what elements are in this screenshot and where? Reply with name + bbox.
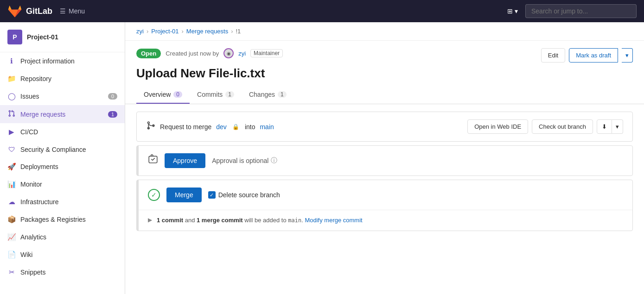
check-out-branch-button[interactable]: Check out branch bbox=[532, 119, 593, 134]
sidebar-item-deployments[interactable]: 🚀 Deployments bbox=[0, 158, 125, 175]
infrastructure-icon: ☁ bbox=[7, 198, 16, 206]
sidebar-item-label: Merge requests bbox=[20, 111, 103, 118]
expand-icon[interactable]: ▶ bbox=[148, 217, 152, 223]
sidebar-item-project-information[interactable]: ℹ Project information bbox=[0, 52, 125, 70]
sidebar-item-merge-requests[interactable]: Merge requests 1 bbox=[0, 105, 125, 123]
delete-source-label: Delete source branch bbox=[218, 191, 280, 199]
sidebar-item-monitor[interactable]: 📊 Monitor bbox=[0, 175, 125, 193]
download-button[interactable]: ⬇ bbox=[597, 119, 612, 134]
sidebar-item-label: Analytics bbox=[20, 233, 117, 241]
merge-branch-icon bbox=[146, 121, 155, 132]
breadcrumb-sep-1: › bbox=[147, 28, 148, 35]
hamburger-icon: ☰ bbox=[60, 7, 66, 15]
mr-header-actions: Edit Mark as draft ▾ bbox=[541, 48, 633, 63]
sidebar-item-security-compliance[interactable]: 🛡 Security & Compliance bbox=[0, 141, 125, 158]
breadcrumb-sep-2: › bbox=[181, 28, 183, 35]
chevron-down-icon: ▾ bbox=[515, 7, 518, 15]
mr-title: Upload New File-lic.txt bbox=[125, 63, 644, 81]
edit-button[interactable]: Edit bbox=[541, 48, 565, 63]
tab-commits[interactable]: Commits 1 bbox=[190, 86, 242, 104]
sidebar-item-wiki[interactable]: 📄 Wiki bbox=[0, 246, 125, 263]
approve-button[interactable]: Approve bbox=[165, 153, 205, 168]
merge-ready-icon: ✓ bbox=[148, 189, 160, 201]
breadcrumb-mr-id: !1 bbox=[236, 28, 241, 35]
mark-draft-button[interactable]: Mark as draft bbox=[569, 48, 618, 63]
commit-info-row: ▶ 1 commit and 1 merge commit will be ad… bbox=[139, 210, 632, 231]
tab-changes-label: Changes bbox=[249, 91, 275, 98]
menu-button[interactable]: ☰ Menu bbox=[60, 7, 85, 15]
author-role-badge: Maintainer bbox=[250, 49, 283, 57]
snippets-icon: ✂ bbox=[7, 268, 16, 276]
sidebar-item-label: CI/CD bbox=[20, 128, 117, 136]
sidebar-item-packages-registries[interactable]: 📦 Packages & Registries bbox=[0, 211, 125, 228]
sidebar-item-cicd[interactable]: ▶ CI/CD bbox=[0, 123, 125, 141]
mr-header: Open Created just now by ◉ zyi Maintaine… bbox=[125, 41, 644, 63]
approval-icon bbox=[148, 154, 158, 167]
tab-changes-count: 1 bbox=[278, 91, 287, 98]
tab-commits-label: Commits bbox=[197, 91, 223, 98]
source-branch[interactable]: dev bbox=[216, 123, 227, 131]
top-navigation: GitLab ☰ Menu ⊞ ▾ bbox=[0, 0, 644, 22]
search-input[interactable] bbox=[525, 4, 637, 18]
sidebar-item-label: Infrastructure bbox=[20, 198, 117, 206]
tab-overview[interactable]: Overview 0 bbox=[136, 86, 190, 104]
security-icon: 🛡 bbox=[7, 145, 16, 153]
target-branch[interactable]: main bbox=[260, 123, 274, 131]
merge-info-row: Request to merge dev 🔒 into main Open in… bbox=[137, 112, 632, 141]
merge-info-left: Request to merge dev 🔒 into main bbox=[146, 121, 274, 132]
sidebar-item-analytics[interactable]: 📈 Analytics bbox=[0, 228, 125, 246]
chevron-down-icon: ▾ bbox=[616, 123, 619, 130]
mr-meta: Open Created just now by ◉ zyi Maintaine… bbox=[136, 48, 283, 58]
breadcrumb-zyi[interactable]: zyi bbox=[136, 28, 144, 35]
wiki-icon: 📄 bbox=[7, 250, 16, 259]
created-text: Created just now by bbox=[166, 50, 219, 57]
download-icon: ⬇ bbox=[602, 123, 607, 130]
tab-overview-label: Overview bbox=[144, 91, 171, 98]
merge-action-row: ✓ Merge ✓ Delete source branch bbox=[139, 180, 632, 210]
sidebar-item-label: Deployments bbox=[20, 163, 117, 170]
repository-icon: 📁 bbox=[7, 75, 16, 83]
merge-actions: Open in Web IDE Check out branch ⬇ ▾ bbox=[467, 119, 623, 134]
project-header[interactable]: P Project-01 bbox=[0, 22, 125, 52]
app-layout: P Project-01 ℹ Project information 📁 Rep… bbox=[0, 22, 644, 294]
delete-source-checkbox[interactable]: ✓ bbox=[208, 191, 216, 199]
breadcrumb-sep-3: › bbox=[231, 28, 233, 35]
download-caret-button[interactable]: ▾ bbox=[612, 119, 623, 134]
status-badge: Open bbox=[136, 49, 161, 58]
into-label: into bbox=[245, 123, 255, 131]
merge-section-inner: ✓ Merge ✓ Delete source branch ▶ 1 commi… bbox=[139, 180, 632, 231]
sidebar-item-infrastructure[interactable]: ☁ Infrastructure bbox=[0, 193, 125, 211]
modify-merge-commit-link[interactable]: Modify merge commit bbox=[305, 217, 362, 224]
mr-content: Request to merge dev 🔒 into main Open in… bbox=[125, 112, 644, 231]
sidebar-item-repository[interactable]: 📁 Repository bbox=[0, 70, 125, 88]
sidebar-item-issues[interactable]: ◯ Issues 0 bbox=[0, 88, 125, 105]
tab-changes[interactable]: Changes 1 bbox=[242, 86, 294, 104]
approval-text: Approval is optional ⓘ bbox=[212, 156, 277, 165]
breadcrumb-project[interactable]: Project-01 bbox=[151, 28, 179, 35]
merge-requests-badge: 1 bbox=[108, 111, 117, 118]
breadcrumb: zyi › Project-01 › Merge requests › !1 bbox=[125, 22, 644, 41]
request-to-merge-label: Request to merge bbox=[160, 123, 211, 131]
approval-info-icon[interactable]: ⓘ bbox=[271, 156, 277, 165]
chevron-down-icon: ▾ bbox=[625, 52, 629, 59]
approval-section-inner: Approve Approval is optional ⓘ bbox=[139, 146, 632, 175]
sidebar: P Project-01 ℹ Project information 📁 Rep… bbox=[0, 22, 125, 294]
approval-row: Approve Approval is optional ⓘ bbox=[139, 146, 632, 175]
mr-status-row: Open Created just now by ◉ zyi Maintaine… bbox=[136, 48, 283, 58]
merge-requests-icon bbox=[7, 110, 16, 119]
merge-row-container: ✓ Merge ✓ Delete source branch ▶ 1 commi… bbox=[137, 180, 632, 231]
main-content: zyi › Project-01 › Merge requests › !1 O… bbox=[125, 22, 644, 294]
merge-button[interactable]: Merge bbox=[166, 188, 202, 202]
gitlab-logo[interactable]: GitLab bbox=[7, 4, 52, 19]
breadcrumb-merge-requests[interactable]: Merge requests bbox=[186, 28, 228, 35]
create-new-button[interactable]: ⊞ ▾ bbox=[507, 7, 518, 15]
sidebar-item-snippets[interactable]: ✂ Snippets bbox=[0, 263, 125, 281]
mark-draft-dropdown-button[interactable]: ▾ bbox=[622, 48, 633, 63]
info-icon: ℹ bbox=[7, 57, 16, 65]
issues-icon: ◯ bbox=[7, 92, 16, 100]
sidebar-item-label: Packages & Registries bbox=[20, 216, 117, 223]
commit-info-text: 1 commit and 1 merge commit will be adde… bbox=[157, 216, 363, 225]
tab-overview-count: 0 bbox=[173, 91, 182, 98]
sidebar-item-label: Snippets bbox=[20, 269, 117, 276]
open-web-ide-button[interactable]: Open in Web IDE bbox=[467, 119, 528, 134]
